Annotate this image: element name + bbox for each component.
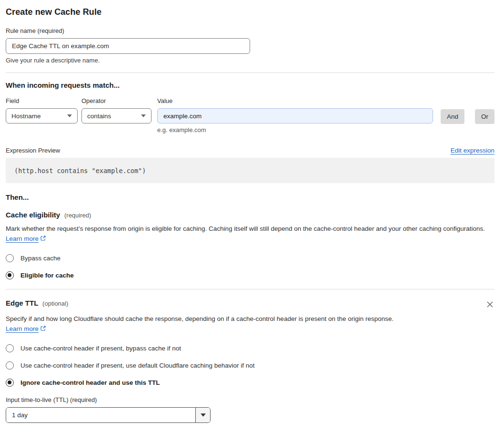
radio-label: Eligible for cache bbox=[20, 272, 74, 279]
operator-select-value: contains bbox=[87, 113, 111, 120]
expression-preview-box: (http.host contains "example.com") bbox=[6, 158, 494, 183]
external-link-icon bbox=[40, 236, 46, 243]
value-input[interactable] bbox=[157, 108, 433, 123]
radio-bypass-cache[interactable]: Bypass cache bbox=[6, 254, 494, 262]
edge-ttl-title: Edge TTL bbox=[6, 299, 38, 307]
cache-eligibility-learn-more-link[interactable]: Learn more bbox=[6, 235, 39, 242]
expression-preview-label: Expression Preview bbox=[6, 147, 60, 154]
or-button[interactable]: Or bbox=[475, 109, 494, 124]
external-link-icon bbox=[40, 326, 46, 333]
match-section-heading: When incoming requests match... bbox=[6, 81, 494, 89]
ttl-input-section: Input time-to-live (TTL) (required) bbox=[6, 396, 494, 423]
cache-eligibility-required-badge: (required) bbox=[64, 212, 91, 219]
and-button[interactable]: And bbox=[441, 109, 464, 124]
radio-ignore-cache-control[interactable]: Ignore cache-control header and use this… bbox=[6, 379, 494, 387]
value-label: Value bbox=[157, 97, 433, 104]
cache-eligibility-description-text: Mark whether the request’s response from… bbox=[6, 225, 485, 232]
operator-select[interactable]: contains bbox=[81, 108, 151, 123]
radio-use-cache-control-bypass[interactable]: Use cache-control header if present, byp… bbox=[6, 344, 494, 352]
edge-ttl-header: Edge TTL (optional) bbox=[6, 299, 494, 309]
radio-circle-icon bbox=[6, 254, 14, 262]
radio-circle-selected-icon bbox=[6, 271, 14, 279]
edit-expression-link[interactable]: Edit expression bbox=[451, 147, 494, 154]
field-label: Field bbox=[6, 97, 78, 104]
divider bbox=[6, 72, 494, 73]
radio-circle-selected-icon bbox=[6, 379, 14, 387]
match-condition-row: Field Hostname Operator contains Value e… bbox=[6, 97, 494, 134]
cache-eligibility-title: Cache eligibility bbox=[6, 211, 60, 219]
value-help: e.g. example.com bbox=[157, 126, 433, 134]
create-cache-rule-form: Create new Cache Rule Rule name (require… bbox=[0, 0, 504, 423]
page-title: Create new Cache Rule bbox=[6, 7, 494, 17]
cache-eligibility-header: Cache eligibility (required) bbox=[6, 211, 494, 219]
ttl-combobox bbox=[6, 407, 211, 423]
divider bbox=[6, 289, 494, 289]
chevron-down-icon bbox=[67, 114, 72, 117]
edge-ttl-description: Specify if and how long Cloudflare shoul… bbox=[6, 314, 408, 334]
operator-label: Operator bbox=[81, 97, 151, 104]
radio-circle-icon bbox=[6, 344, 14, 352]
radio-label: Use cache-control header if present, use… bbox=[20, 362, 255, 369]
radio-label: Bypass cache bbox=[20, 255, 60, 262]
rule-name-input[interactable] bbox=[6, 38, 250, 54]
close-icon[interactable] bbox=[485, 300, 494, 309]
field-select-value: Hostname bbox=[11, 113, 41, 120]
rule-name-label: Rule name (required) bbox=[6, 27, 494, 34]
expression-code: (http.host contains "example.com") bbox=[14, 167, 146, 175]
rule-name-help: Give your rule a descriptive name. bbox=[6, 57, 494, 64]
edge-ttl-optional-badge: (optional) bbox=[42, 300, 68, 307]
radio-eligible-for-cache[interactable]: Eligible for cache bbox=[6, 271, 494, 279]
edge-ttl-learn-more-link[interactable]: Learn more bbox=[6, 325, 39, 332]
condition-connectors: And Or bbox=[441, 109, 494, 124]
cache-eligibility-description: Mark whether the request’s response from… bbox=[6, 224, 494, 244]
chevron-down-icon bbox=[201, 413, 206, 417]
ttl-dropdown-button[interactable] bbox=[195, 408, 210, 422]
radio-use-cache-control-default[interactable]: Use cache-control header if present, use… bbox=[6, 361, 494, 370]
chevron-down-icon bbox=[141, 114, 146, 117]
radio-label: Ignore cache-control header and use this… bbox=[20, 379, 160, 386]
expression-preview-header: Expression Preview Edit expression bbox=[6, 147, 494, 154]
field-select[interactable]: Hostname bbox=[6, 108, 78, 123]
rule-name-section: Rule name (required) Give your rule a de… bbox=[6, 27, 494, 64]
ttl-value-input[interactable] bbox=[6, 408, 195, 422]
radio-label: Use cache-control header if present, byp… bbox=[20, 345, 181, 352]
radio-circle-icon bbox=[6, 361, 14, 370]
ttl-input-label: Input time-to-live (TTL) (required) bbox=[6, 396, 494, 403]
edge-ttl-description-text: Specify if and how long Cloudflare shoul… bbox=[6, 315, 393, 322]
then-heading: Then... bbox=[6, 193, 494, 201]
